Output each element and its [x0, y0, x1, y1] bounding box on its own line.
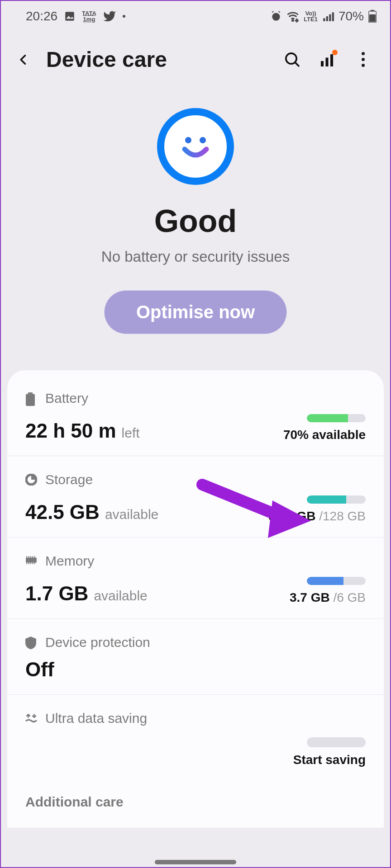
svg-rect-27 [29, 562, 29, 564]
twitter-icon [103, 9, 116, 23]
picture-icon [64, 10, 76, 22]
svg-rect-18 [28, 392, 33, 394]
battery-label: Battery [45, 391, 88, 406]
svg-rect-25 [34, 556, 35, 557]
storage-suffix: available [105, 507, 158, 522]
device-protection-row[interactable]: Device protection Off [7, 619, 384, 695]
storage-value: 42.5 GB [25, 501, 100, 524]
svg-rect-13 [321, 61, 324, 66]
more-options-button[interactable] [354, 51, 372, 69]
svg-rect-23 [30, 556, 31, 557]
svg-rect-22 [29, 556, 29, 557]
shield-icon [25, 637, 37, 648]
battery-percent: 70% [339, 9, 364, 24]
data-saving-icon [25, 712, 37, 724]
signal-icon [322, 10, 334, 22]
memory-row-icon [25, 555, 37, 567]
protection-label: Device protection [45, 635, 150, 650]
storage-row-icon [25, 474, 37, 486]
ultra-data-saving-row[interactable]: Ultra data saving Start saving [7, 695, 384, 781]
battery-row-icon [25, 392, 37, 404]
svg-point-16 [185, 137, 191, 143]
notification-dot-icon [332, 50, 338, 55]
svg-point-17 [200, 137, 206, 143]
svg-point-2 [292, 20, 294, 21]
protection-value: Off [25, 658, 54, 681]
page-title: Device care [46, 47, 270, 72]
volte-icon: Vo)) LTE1 [304, 10, 318, 22]
svg-rect-15 [330, 54, 333, 66]
memory-suffix: available [94, 588, 147, 604]
wifi-icon: + [286, 10, 299, 23]
svg-point-1 [272, 13, 280, 20]
battery-bar [307, 414, 366, 422]
svg-rect-4 [323, 18, 325, 21]
svg-rect-24 [32, 556, 33, 557]
start-saving-label: Start saving [293, 753, 366, 767]
svg-rect-19 [26, 394, 35, 406]
svg-rect-26 [26, 562, 27, 564]
search-button[interactable] [283, 51, 301, 69]
hero-section: Good No battery or security issues Optim… [1, 81, 390, 352]
battery-icon [368, 10, 377, 23]
svg-rect-21 [26, 556, 27, 557]
nav-indicator[interactable] [155, 860, 236, 864]
status-bar: 20:26 TATA1mg + Vo)) LTE1 70% [1, 1, 390, 29]
additional-care-heading: Additional care [7, 781, 384, 810]
svg-rect-5 [326, 16, 328, 21]
memory-row[interactable]: Memory 1.7 GB available 3.7 GB /6 GB [7, 538, 384, 619]
svg-rect-10 [369, 14, 376, 22]
storage-label: Storage [45, 472, 93, 487]
svg-text:+: + [296, 18, 298, 23]
ultra-bar [307, 737, 366, 747]
data-usage-button[interactable] [319, 51, 337, 69]
memory-bar [307, 577, 366, 585]
ultra-label: Ultra data saving [45, 711, 147, 726]
alarm-icon [270, 10, 282, 22]
battery-meta: 70% available [283, 428, 366, 442]
back-button[interactable] [14, 51, 33, 69]
svg-rect-0 [65, 12, 74, 21]
svg-line-12 [296, 62, 299, 66]
svg-rect-30 [34, 562, 35, 564]
svg-point-11 [286, 53, 296, 63]
status-face-icon [157, 108, 234, 185]
svg-rect-29 [32, 562, 33, 564]
status-subtitle: No battery or security issues [19, 248, 372, 265]
memory-label: Memory [45, 553, 94, 569]
app-header: Device care [1, 29, 390, 81]
memory-meta: 3.7 GB /6 GB [290, 590, 366, 605]
status-time: 20:26 [26, 9, 57, 24]
svg-rect-28 [30, 562, 31, 564]
battery-row[interactable]: Battery 22 h 50 m left 70% available [7, 375, 384, 456]
details-card: Battery 22 h 50 m left 70% available Sto… [7, 370, 384, 828]
battery-value: 22 h 50 m [25, 420, 116, 442]
more-notifications-dot [123, 15, 125, 18]
svg-rect-6 [329, 14, 331, 21]
svg-rect-14 [326, 57, 329, 66]
storage-bar [307, 495, 366, 504]
status-heading: Good [19, 203, 372, 239]
svg-rect-7 [332, 12, 334, 21]
memory-value: 1.7 GB [25, 582, 88, 605]
svg-rect-20 [26, 558, 37, 563]
battery-suffix: left [122, 425, 140, 441]
storage-row[interactable]: Storage 42.5 GB available 85.5 GB /128 G… [7, 456, 384, 538]
optimise-now-button[interactable]: Optimise now [104, 290, 287, 334]
tata-img-icon: TATA1mg [82, 10, 96, 22]
storage-meta: 85.5 GB /128 GB [268, 509, 366, 524]
